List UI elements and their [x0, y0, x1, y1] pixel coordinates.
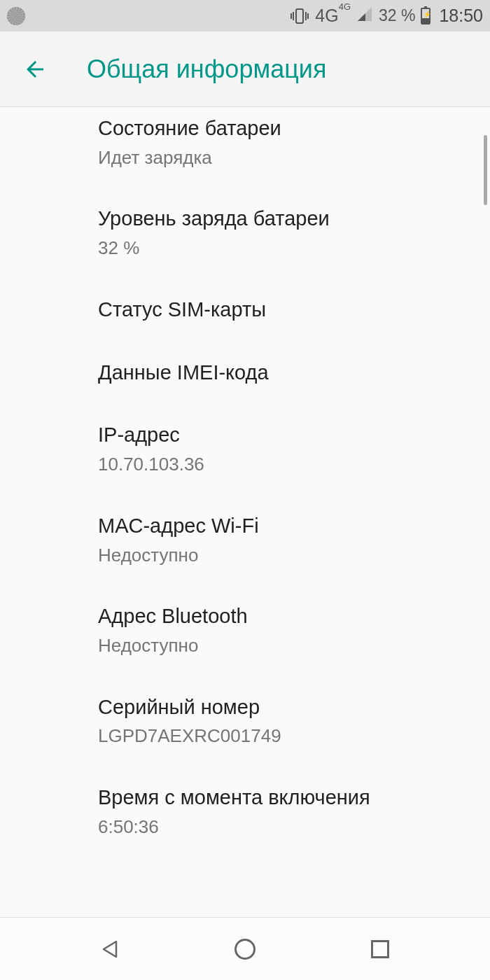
navigation-bar — [0, 917, 490, 980]
circle-home-icon — [234, 939, 255, 960]
network-label: 4G4G — [315, 6, 351, 26]
item-title: Статус SIM-карты — [98, 297, 476, 323]
status-bar: 4G4G 32 % 18:50 — [0, 0, 490, 31]
battery-percent: 32 % — [379, 6, 415, 25]
item-title: Данные IMEI-кода — [98, 360, 476, 386]
item-title: MAC-адрес Wi-Fi — [98, 513, 476, 540]
nav-back-button[interactable] — [96, 935, 124, 963]
list-item[interactable]: Статус SIM-карты — [98, 279, 476, 342]
square-recent-icon — [371, 940, 389, 958]
item-title: Уровень заряда батареи — [98, 206, 476, 232]
list-item[interactable]: Время с момента включения6:50:36 — [98, 766, 476, 857]
battery-icon — [421, 8, 430, 24]
item-value: Недоступно — [98, 634, 476, 658]
item-value: 6:50:36 — [98, 816, 476, 839]
svg-rect-0 — [296, 9, 303, 23]
back-button[interactable] — [21, 55, 49, 83]
list-item[interactable]: Адрес BluetoothНедоступно — [98, 585, 476, 676]
triangle-back-icon — [99, 939, 120, 960]
nav-home-button[interactable] — [231, 935, 259, 963]
list-item[interactable]: Серийный номерLGPD7AEXRC001749 — [98, 676, 476, 766]
status-left — [7, 7, 25, 25]
item-title: Адрес Bluetooth — [98, 603, 476, 630]
item-value: Идет зарядка — [98, 146, 476, 170]
item-value: 32 % — [98, 237, 476, 260]
arrow-left-icon — [22, 57, 48, 82]
status-right: 4G4G 32 % 18:50 — [290, 6, 483, 27]
list-item[interactable]: MAC-адрес Wi-FiНедоступно — [98, 495, 476, 585]
signal-icon — [356, 6, 373, 27]
page-title: Общая информация — [87, 55, 326, 84]
list-item[interactable]: Состояние батареиИдет зарядка — [98, 107, 476, 188]
item-title: Серийный номер — [98, 694, 476, 721]
list-item[interactable]: IP-адрес10.70.103.36 — [98, 404, 476, 494]
clock: 18:50 — [439, 6, 483, 26]
item-title: IP-адрес — [98, 422, 476, 449]
vibrate-icon — [290, 8, 309, 24]
item-value: 10.70.103.36 — [98, 453, 476, 477]
item-value: LGPD7AEXRC001749 — [98, 724, 476, 748]
content-list[interactable]: Состояние батареиИдет зарядкаУровень зар… — [0, 107, 490, 917]
app-bar: Общая информация — [0, 31, 490, 107]
scroll-indicator — [484, 135, 487, 205]
nav-recent-button[interactable] — [366, 935, 394, 963]
item-title: Состояние батареи — [98, 115, 476, 142]
item-value: Недоступно — [98, 544, 476, 568]
loading-icon — [7, 7, 25, 25]
list-item[interactable]: Уровень заряда батареи32 % — [98, 188, 476, 278]
item-title: Время с момента включения — [98, 785, 476, 811]
list-item[interactable]: Данные IMEI-кода — [98, 342, 476, 405]
